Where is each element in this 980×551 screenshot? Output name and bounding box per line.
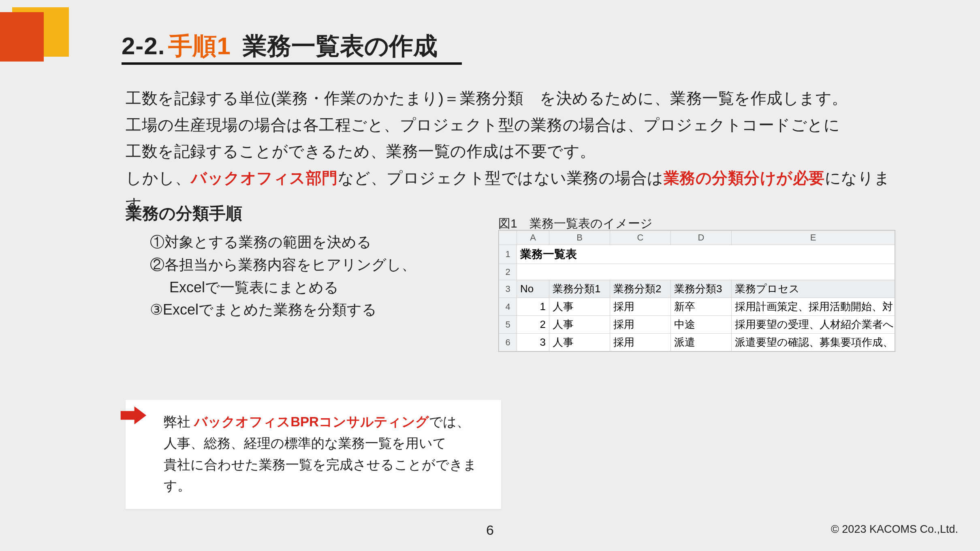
excel-cell-cat2: 採用 <box>610 298 671 316</box>
title-step: 手順1 <box>168 30 230 63</box>
excel-header-cat1: 業務分類1 <box>549 280 610 298</box>
excel-cell-no: 3 <box>517 334 549 351</box>
callout-hl: バックオフィスBPRコンサルティング <box>194 414 429 429</box>
excel-cell-cat3: 派遣 <box>671 334 732 351</box>
body-p4a: しかし、 <box>126 169 191 187</box>
body-p4: しかし、バックオフィス部門など、プロジェクト型ではない業務の場合は業務の分類分け… <box>126 165 916 218</box>
excel-rownum: 5 <box>499 316 517 334</box>
excel-cell-cat1: 人事 <box>549 298 610 316</box>
excel-corner <box>499 231 517 245</box>
step-3: ③Excelでまとめた業務を分類する <box>150 298 416 321</box>
excel-cell-cat3: 中途 <box>671 316 732 334</box>
title-underline <box>122 62 462 65</box>
callout-box: 弊社 バックオフィスBPRコンサルティングでは、 人事、総務、経理の標準的な業務… <box>126 400 501 509</box>
excel-rownum: 4 <box>499 298 517 316</box>
excel-rownum: 2 <box>499 264 517 280</box>
excel-cell-cat3: 新卒 <box>671 298 732 316</box>
callout-line3: 貴社に合わせた業務一覧を完成させることができます。 <box>164 454 487 497</box>
figure-caption: 図1 業務一覧表のイメージ <box>498 215 653 232</box>
excel-cell-no: 1 <box>517 298 549 316</box>
body-hl2: 業務の分類分けが必要 <box>664 169 825 187</box>
copyright: © 2023 KACOMS Co.,Ltd. <box>831 523 958 536</box>
slide-title: 2-2. 手順1 業務一覧表の作成 <box>122 30 438 63</box>
callout-line2: 人事、総務、経理の標準的な業務一覧を用いて <box>164 433 487 454</box>
excel-header-cat2: 業務分類2 <box>610 280 671 298</box>
steps-list: ①対象とする業務の範囲を決める ②各担当から業務内容をヒアリングし、 Excel… <box>150 231 416 321</box>
excel-column-header-row: A B C D E <box>499 231 895 245</box>
excel-cell-proc: 派遣要望の確認、募集要項作成、 <box>732 334 895 351</box>
body-p1: 工数を記録する単位(業務・作業のかたまり)＝業務分類 を決めるために、業務一覧を… <box>126 85 916 112</box>
excel-row-3: 3 No 業務分類1 業務分類2 業務分類3 業務プロセス <box>499 280 895 298</box>
body-hl1: バックオフィス部門 <box>191 169 338 187</box>
excel-col-D: D <box>671 231 732 245</box>
excel-row-2: 2 <box>499 264 895 280</box>
step-1: ①対象とする業務の範囲を決める <box>150 231 416 253</box>
excel-rownum: 1 <box>499 245 517 264</box>
excel-row-1: 1 業務一覧表 <box>499 245 895 264</box>
callout-t1: 弊社 <box>164 414 194 429</box>
excel-sample-image: A B C D E 1 業務一覧表 2 3 No 業務分類1 業務分類2 業務分… <box>498 230 895 352</box>
excel-header-no: No <box>517 280 549 298</box>
excel-cell-cat2: 採用 <box>610 316 671 334</box>
excel-col-B: B <box>549 231 610 245</box>
excel-row-5: 5 2 人事 採用 中途 採用要望の受理、人材紹介業者へ <box>499 316 895 334</box>
excel-row-6: 6 3 人事 採用 派遣 派遣要望の確認、募集要項作成、 <box>499 334 895 351</box>
excel-col-C: C <box>610 231 671 245</box>
accent-block-orange <box>0 12 44 62</box>
slide: 2-2. 手順1 業務一覧表の作成 工数を記録する単位(業務・作業のかたまり)＝… <box>0 0 980 551</box>
excel-table-title: 業務一覧表 <box>517 245 895 264</box>
subheading: 業務の分類手順 <box>126 202 242 225</box>
step-2b: Excelで一覧表にまとめる <box>150 276 416 299</box>
excel-col-E: E <box>732 231 895 245</box>
excel-empty-row <box>517 264 895 280</box>
pointing-hand-icon <box>118 404 147 427</box>
callout-t1b: では、 <box>429 414 470 429</box>
body-text: 工数を記録する単位(業務・作業のかたまり)＝業務分類 を決めるために、業務一覧を… <box>126 85 916 218</box>
title-main: 業務一覧表の作成 <box>243 30 438 63</box>
excel-header-cat3: 業務分類3 <box>671 280 732 298</box>
excel-cell-cat1: 人事 <box>549 334 610 351</box>
excel-cell-cat1: 人事 <box>549 316 610 334</box>
excel-cell-no: 2 <box>517 316 549 334</box>
excel-cell-proc: 採用要望の受理、人材紹介業者へ <box>732 316 895 334</box>
step-2: ②各担当から業務内容をヒアリングし、 <box>150 253 416 276</box>
excel-cell-proc: 採用計画策定、採用活動開始、対 <box>732 298 895 316</box>
excel-col-A: A <box>517 231 549 245</box>
excel-rownum: 6 <box>499 334 517 351</box>
callout-line1: 弊社 バックオフィスBPRコンサルティングでは、 <box>164 411 487 433</box>
excel-rownum: 3 <box>499 280 517 298</box>
excel-header-proc: 業務プロセス <box>732 280 895 298</box>
excel-row-4: 4 1 人事 採用 新卒 採用計画策定、採用活動開始、対 <box>499 298 895 316</box>
body-p3: 工数を記録することができるため、業務一覧の作成は不要です。 <box>126 138 916 165</box>
title-prefix: 2-2. <box>122 32 165 60</box>
excel-cell-cat2: 採用 <box>610 334 671 351</box>
body-p4b: など、プロジェクト型ではない業務の場合は <box>338 169 664 187</box>
body-p2: 工場の生産現場の場合は各工程ごと、プロジェクト型の業務の場合は、プロジェクトコー… <box>126 112 916 138</box>
